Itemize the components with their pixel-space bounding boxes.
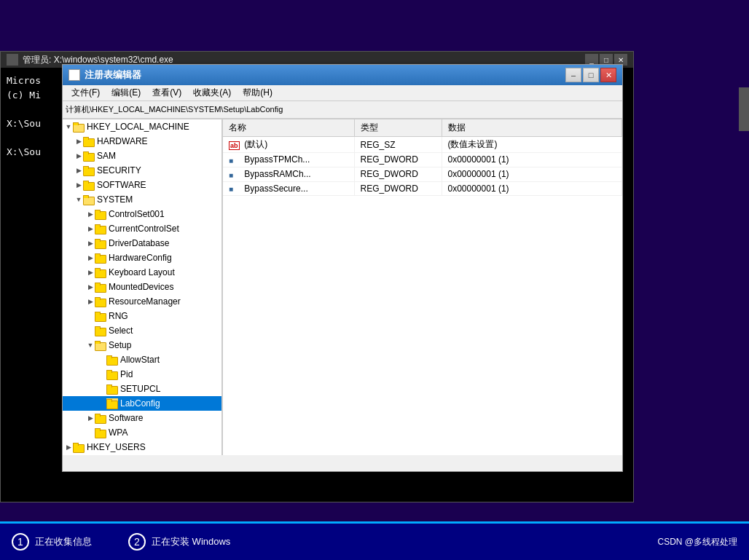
reg-name-text: (默认) (244, 139, 267, 149)
folder-icon-wpa (95, 427, 106, 438)
col-name[interactable]: 名称 (223, 119, 354, 137)
table-row[interactable]: BypassTPMCh... REG_DWORD 0x00000001 (1) (223, 153, 622, 167)
folder-icon-hkusers (73, 442, 85, 452)
folder-icon-sam (83, 151, 95, 161)
reg-type-default: REG_SZ (354, 137, 442, 153)
toggle-system[interactable]: ▼ (74, 195, 83, 204)
tree-item-hkcurrentconfig[interactable]: ▶ HKEY_CURRENT_CONFI... (63, 454, 221, 455)
tree-panel[interactable]: ▼ HKEY_LOCAL_MACHINE ▶ HARDWARE ▶ SAM ▶ (63, 119, 223, 455)
reg-data-ram: 0x00000001 (1) (442, 167, 622, 181)
toggle-setup[interactable]: ▼ (86, 341, 95, 350)
menu-view[interactable]: 查看(V) (146, 85, 187, 100)
col-type[interactable]: 类型 (354, 119, 442, 137)
toggle-mounteddevices[interactable]: ▶ (86, 283, 95, 291)
tree-item-setup[interactable]: ▼ Setup (63, 338, 221, 352)
reg-name-ram: BypassRAMCh... (223, 167, 354, 181)
step-2-number: 2 (128, 533, 146, 551)
tree-label-allowstart: AllowStart (120, 355, 160, 365)
col-data[interactable]: 数据 (442, 119, 622, 137)
table-row[interactable]: (默认) REG_SZ (数值未设置) (223, 137, 622, 153)
toggle-controlset001[interactable]: ▶ (86, 210, 95, 218)
folder-icon-allowstart (106, 355, 118, 365)
tree-item-hklm[interactable]: ▼ HKEY_LOCAL_MACHINE (63, 119, 221, 134)
tree-label-controlset001: ControlSet001 (109, 209, 165, 219)
reg-icon-ab (229, 140, 239, 150)
folder-icon-currentcontrolset (95, 224, 106, 234)
regedit-win-controls: – □ ✕ (565, 68, 616, 82)
tree-item-software2[interactable]: ▶ Software (63, 411, 221, 425)
toggle-hardwareconfig[interactable]: ▶ (86, 253, 95, 262)
tree-item-security[interactable]: ▶ SECURITY (63, 163, 221, 178)
folder-icon-hardware (83, 136, 95, 146)
reg-name-secure-text: BypassSecure... (244, 184, 307, 194)
reg-type-secure: REG_DWORD (354, 181, 442, 196)
folder-icon-pid (106, 369, 118, 379)
address-path: 计算机\HKEY_LOCAL_MACHINE\SYSTEM\Setup\LabC… (66, 104, 283, 115)
registry-table: 名称 类型 数据 (默认) REG_SZ (数值未设置) (223, 119, 622, 196)
tree-item-hkusers[interactable]: ▶ HKEY_USERS (63, 440, 221, 454)
reg-type-tpm: REG_DWORD (354, 153, 442, 167)
tree-item-rng[interactable]: ▶ RNG (63, 309, 221, 323)
menu-help[interactable]: 帮助(H) (237, 85, 278, 100)
reg-name-tpm-text: BypassTPMCh... (244, 154, 310, 165)
tree-item-mounteddevices[interactable]: ▶ MountedDevices (63, 280, 221, 294)
regedit-menubar: 文件(F) 编辑(E) 查看(V) 收藏夹(A) 帮助(H) (63, 85, 622, 101)
desktop: 管理员: X:\windows\system32\cmd.exe _ □ ✕ M… (0, 0, 749, 560)
toggle-software2[interactable]: ▶ (86, 414, 95, 422)
tree-label-hkusers: HKEY_USERS (87, 442, 146, 452)
cmd-icon (7, 54, 18, 66)
folder-icon-mounteddevices (95, 282, 106, 292)
tree-label-mounteddevices: MountedDevices (109, 282, 173, 292)
folder-icon-hardwareconfig (95, 253, 106, 263)
tree-item-labconfig[interactable]: ▶ LabConfig (63, 396, 221, 411)
tree-item-wpa[interactable]: ▶ WPA (63, 425, 221, 440)
tree-label-keyboardlayout: Keyboard Layout (109, 267, 175, 277)
regedit-minimize[interactable]: – (565, 68, 581, 82)
regedit-titlebar: 注册表编辑器 – □ ✕ (63, 65, 622, 85)
tree-label-system: SYSTEM (97, 194, 133, 205)
tree-label-labconfig: LabConfig (120, 398, 160, 409)
tree-item-select[interactable]: ▶ Select (63, 323, 221, 338)
toggle-currentcontrolset[interactable]: ▶ (86, 224, 95, 233)
toggle-hklm[interactable]: ▼ (64, 122, 73, 131)
folder-icon-software2 (95, 413, 106, 423)
tree-item-allowstart[interactable]: ▶ AllowStart (63, 352, 221, 367)
tree-label-currentcontrolset: CurrentControlSet (109, 224, 179, 234)
regedit-close[interactable]: ✕ (600, 68, 616, 82)
menu-favorites[interactable]: 收藏夹(A) (187, 85, 237, 100)
folder-icon-driverdatabase (95, 238, 106, 248)
reg-icon-dword-tpm (229, 155, 239, 165)
step-1: 1 正在收集信息 (12, 533, 92, 551)
menu-edit[interactable]: 编辑(E) (106, 85, 146, 100)
tree-item-software[interactable]: ▶ SOFTWARE (63, 178, 221, 192)
toggle-security[interactable]: ▶ (74, 166, 83, 175)
toggle-keyboardlayout[interactable]: ▶ (86, 268, 95, 277)
toggle-driverdatabase[interactable]: ▶ (86, 239, 95, 248)
tree-item-controlset001[interactable]: ▶ ControlSet001 (63, 207, 221, 221)
folder-icon-setupcl (106, 384, 118, 394)
step-2: 2 正在安装 Windows (128, 533, 230, 551)
tree-item-hardwareconfig[interactable]: ▶ HardwareConfig (63, 251, 221, 265)
tree-item-keyboardlayout[interactable]: ▶ Keyboard Layout (63, 265, 221, 280)
table-row[interactable]: BypassRAMCh... REG_DWORD 0x00000001 (1) (223, 167, 622, 181)
tree-item-currentcontrolset[interactable]: ▶ CurrentControlSet (63, 221, 221, 236)
regedit-maximize[interactable]: □ (583, 68, 599, 82)
toggle-software[interactable]: ▶ (74, 181, 83, 189)
reg-type-ram: REG_DWORD (354, 167, 442, 181)
toggle-hkusers[interactable]: ▶ (64, 443, 73, 451)
tree-item-system[interactable]: ▼ SYSTEM (63, 192, 221, 207)
tree-item-driverdatabase[interactable]: ▶ DriverDatabase (63, 236, 221, 251)
table-row[interactable]: BypassSecure... REG_DWORD 0x00000001 (1) (223, 181, 622, 196)
outer-scrollbar (739, 51, 749, 502)
toggle-resourcemanager[interactable]: ▶ (86, 297, 95, 306)
reg-name-default: (默认) (223, 137, 354, 153)
outer-scrollbar-thumb[interactable] (739, 87, 749, 131)
tree-item-resourcemanager[interactable]: ▶ ResourceManager (63, 294, 221, 309)
toggle-hardware[interactable]: ▶ (74, 137, 83, 146)
menu-file[interactable]: 文件(F) (66, 85, 106, 100)
tree-item-setupcl[interactable]: ▶ SETUPCL (63, 382, 221, 396)
toggle-sam[interactable]: ▶ (74, 151, 83, 160)
tree-item-pid[interactable]: ▶ Pid (63, 367, 221, 382)
tree-item-sam[interactable]: ▶ SAM (63, 149, 221, 163)
tree-item-hardware[interactable]: ▶ HARDWARE (63, 134, 221, 149)
